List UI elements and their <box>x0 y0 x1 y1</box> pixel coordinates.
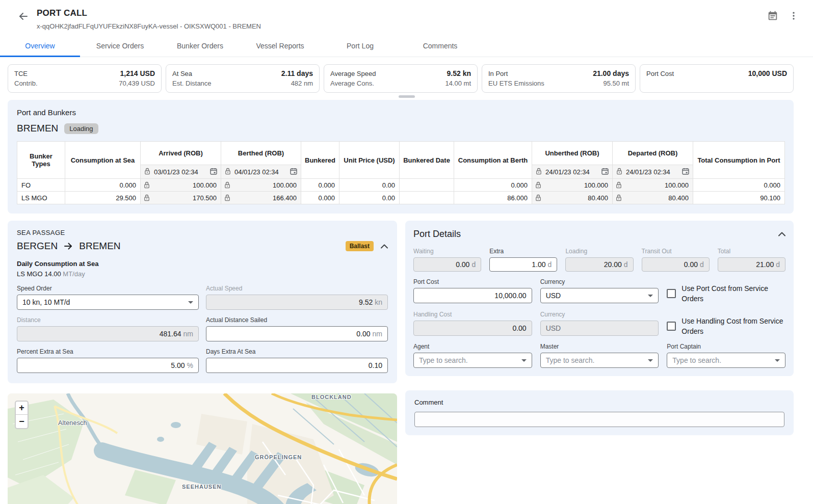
col-total-consumption: Total Consumption in Port <box>693 142 785 179</box>
loading-value: 20.00 <box>604 260 622 269</box>
bunkered-date-cell[interactable] <box>400 192 454 204</box>
days-extra-input[interactable]: 0.10 <box>206 358 388 373</box>
kpi-value: 2.11 days <box>281 69 313 78</box>
tab-service-orders[interactable]: Service Orders <box>80 36 160 57</box>
agent-select[interactable]: Type to search. <box>413 353 532 368</box>
waiting-input: 0.00d <box>413 257 481 272</box>
master-placeholder: Type to search. <box>546 356 595 364</box>
back-button[interactable] <box>17 10 30 22</box>
distance-input: 481.64 nm <box>17 326 199 341</box>
calendar-icon[interactable] <box>290 168 297 176</box>
consumption-at-sea-cell: 0.000 <box>65 179 141 192</box>
port-call-page: PORT CALL x-qqOHK2jfadFLFqUYUFEkziNX8Fuy… <box>0 0 813 504</box>
berthed-date: 04/01/23 02:34 <box>234 168 286 176</box>
table-row-ls-mgo: LS MGO 29.500 170.500 166.400 0.000 0.00… <box>17 192 785 204</box>
unit-price-cell[interactable]: 0.00 <box>339 192 400 204</box>
col-bunker-types: Bunker Types <box>17 142 65 179</box>
bunkered-cell[interactable]: 0.000 <box>301 179 339 192</box>
percent-extra-input[interactable]: 5.00 % <box>17 358 199 373</box>
unberthed-rob-cell: 100.000 <box>543 181 608 189</box>
comment-input[interactable] <box>414 412 784 427</box>
daily-consumption-label: Daily Consumption at Sea <box>17 260 388 268</box>
master-select[interactable]: Type to search. <box>540 353 659 368</box>
chevron-down-icon <box>521 359 527 362</box>
berthed-date-picker[interactable]: 04/01/23 02:34 <box>221 165 301 178</box>
daily-consumption-unit: MT/day <box>63 270 85 278</box>
route-map[interactable]: BLOCKLAND Altenesch GRÖPELINGEN SEEHAUSE… <box>8 393 397 504</box>
map-label-blockland: BLOCKLAND <box>311 394 352 400</box>
kpi-tce: TCE1,214 USD Contrib.70,439 USD <box>8 64 162 93</box>
loading-label: Loading <box>565 248 633 255</box>
unberthed-date: 24/01/23 02:34 <box>545 168 598 176</box>
lock-icon <box>535 181 541 189</box>
tab-vessel-reports[interactable]: Vessel Reports <box>240 36 320 57</box>
master-field: Master Type to search. <box>540 343 659 368</box>
kpi-port-cost: Port Cost10,000 USD <box>640 64 794 93</box>
actual-distance-sailed-label: Actual Distance Sailed <box>206 316 388 324</box>
arrived-date-picker[interactable]: 03/01/23 02:34 <box>141 165 221 178</box>
lock-icon <box>144 168 150 176</box>
unit-price-cell[interactable]: 0.00 <box>339 179 400 192</box>
departed-date-picker[interactable]: 24/01/23 02:34 <box>613 165 693 178</box>
tab-overview[interactable]: Overview <box>0 36 80 57</box>
extra-input[interactable]: 1.00d <box>489 257 557 272</box>
departed-date: 24/01/23 02:34 <box>626 168 678 176</box>
kebab-menu-icon <box>789 11 799 22</box>
col-berthed-rob: Berthed (ROB) <box>221 142 301 165</box>
route-arrow-icon <box>64 242 73 251</box>
calendar-icon[interactable] <box>210 168 217 176</box>
days-extra-label: Days Extra At Sea <box>206 348 388 355</box>
col-arrived-rob: Arrived (ROB) <box>141 142 221 165</box>
handling-cost-input: 0.00 <box>413 321 532 336</box>
kpi-label: In Port <box>488 69 508 78</box>
tab-bunker-orders[interactable]: Bunker Orders <box>160 36 240 57</box>
bunkered-cell[interactable]: 0.000 <box>301 192 339 204</box>
calendar-icon <box>767 10 778 23</box>
unberthed-date-picker[interactable]: 24/01/23 02:34 <box>532 165 612 178</box>
col-unit-price: Unit Price (USD) <box>339 142 400 179</box>
extra-field: Extra 1.00d <box>489 248 557 272</box>
use-port-cost-checkbox-row[interactable]: Use Port Cost from Service Orders <box>667 278 785 304</box>
more-menu-button[interactable] <box>789 11 799 22</box>
collapse-port-details-button[interactable] <box>778 232 785 236</box>
port-cost-label: Port Cost <box>413 278 532 285</box>
zoom-in-button[interactable]: + <box>16 402 28 415</box>
handling-cost-label: Handling Cost <box>413 311 532 318</box>
chevron-down-icon <box>648 359 653 362</box>
comment-label: Comment <box>414 399 784 406</box>
speed-order-field: Speed Order 10 kn, 10 MT/d <box>17 285 199 310</box>
extra-unit: d <box>548 260 552 269</box>
port-captain-select[interactable]: Type to search. <box>667 353 785 368</box>
tab-comments[interactable]: Comments <box>400 36 480 57</box>
zoom-out-button[interactable]: − <box>16 415 28 428</box>
calendar-button[interactable] <box>767 10 778 23</box>
calendar-icon[interactable] <box>682 168 689 176</box>
use-port-cost-label: Use Port Cost from Service Orders <box>681 283 785 304</box>
use-handling-cost-checkbox[interactable] <box>667 322 676 331</box>
bunkered-date-cell[interactable] <box>400 179 454 192</box>
kpi-subvalue: 482 nm <box>291 78 313 88</box>
actual-distance-sailed-value: 0.00 <box>356 330 370 338</box>
speed-order-select[interactable]: 10 kn, 10 MT/d <box>17 295 199 310</box>
port-cost-input[interactable]: 10,000.00 <box>413 288 532 303</box>
actual-speed-unit: kn <box>375 298 382 306</box>
port-captain-placeholder: Type to search. <box>672 356 721 364</box>
actual-distance-sailed-unit: nm <box>373 330 382 338</box>
kpi-sublabel: Est. Distance <box>172 78 212 88</box>
collapse-sea-passage-button[interactable] <box>381 244 388 249</box>
use-port-cost-checkbox[interactable] <box>667 289 676 298</box>
port-name: BREMEN <box>17 123 58 134</box>
collapse-drag-handle[interactable] <box>399 95 415 98</box>
actual-distance-sailed-input[interactable]: 0.00 nm <box>206 326 388 341</box>
back-arrow-icon <box>17 16 30 24</box>
load-state-badge: Ballast <box>346 241 374 251</box>
tab-port-log[interactable]: Port Log <box>320 36 400 57</box>
currency-label: Currency <box>540 311 659 318</box>
port-cost-currency-select[interactable]: USD <box>540 288 659 303</box>
map-label-seehausen: SEEHAUSEN <box>182 484 221 490</box>
handling-cost-value: 0.00 <box>512 324 526 332</box>
chevron-down-icon <box>188 301 193 304</box>
use-handling-cost-checkbox-row[interactable]: Use Handling Cost from Service Orders <box>667 311 785 337</box>
arrived-rob-cell: 170.500 <box>152 194 217 202</box>
calendar-icon[interactable] <box>601 168 609 176</box>
